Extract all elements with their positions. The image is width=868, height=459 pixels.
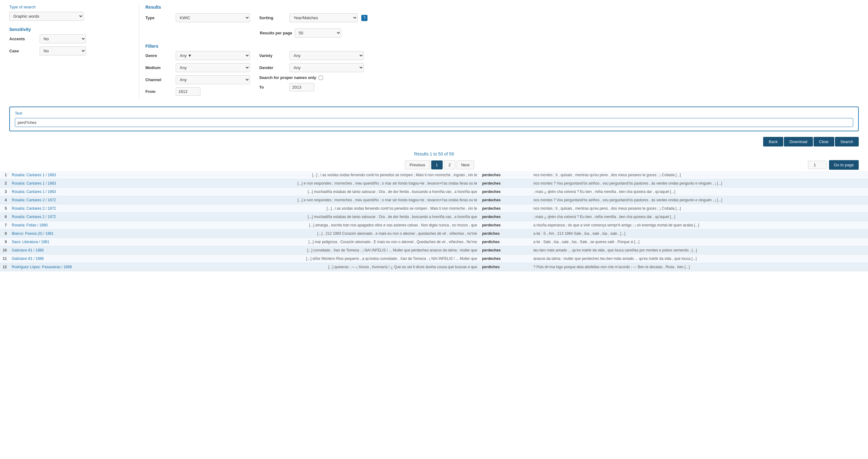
row-source[interactable]: Galiciano 81 / 1886 bbox=[9, 246, 78, 255]
row-source[interactable]: Rosalía: Cantares 1 / 1863 bbox=[9, 188, 78, 196]
row-source[interactable]: Rosalía: Cantares 1 / 1863 bbox=[9, 171, 78, 179]
table-row: 4 Rosalía: Cantares 2 / 1872 [...] e non… bbox=[0, 196, 868, 204]
row-source[interactable]: Rosalía: Cantares 2 / 1872 bbox=[9, 213, 78, 221]
row-source[interactable]: Rosalía: Cantares 2 / 1872 bbox=[9, 204, 78, 213]
proper-names-checkbox[interactable] bbox=[319, 76, 323, 80]
accents-select[interactable]: No Yes bbox=[40, 34, 86, 44]
row-num: 9 bbox=[0, 238, 9, 246]
row-before: [...] mar peligrosa . Corazón aleonado ,… bbox=[78, 238, 479, 246]
row-source[interactable]: Rosalía: Cantares 2 / 1872 bbox=[9, 196, 78, 204]
row-num: 12 bbox=[0, 263, 9, 271]
variety-label: Variety bbox=[259, 53, 287, 58]
table-row: 5 Rosalía: Cantares 2 / 1872 [...] , i a… bbox=[0, 204, 868, 213]
search-button[interactable]: Search bbox=[835, 137, 859, 146]
row-before: [...] siñor Montero Rios pequeno , a qu'… bbox=[78, 255, 479, 263]
row-source[interactable]: Blanco: Poesía (II) / 1881 bbox=[9, 229, 78, 238]
row-after: teu ben máis amado ... qu'es mártir da v… bbox=[531, 246, 868, 255]
row-before: [...] , 212 1983 Corazón aleonado , e ma… bbox=[78, 229, 479, 238]
row-source[interactable]: Galiciano 81 / 1886 bbox=[9, 255, 78, 263]
case-label: Case bbox=[9, 49, 37, 53]
row-before: [...] amarga , escrita tran nos apagados… bbox=[78, 221, 479, 229]
table-row: 6 Rosalía: Cantares 2 / 1872 [...] mucha… bbox=[0, 213, 868, 221]
row-after: a lei . S , Am , 213 1984 Sale , lúa , s… bbox=[531, 229, 868, 238]
text-section-title: Text bbox=[15, 111, 853, 116]
goto-input[interactable] bbox=[808, 161, 827, 169]
table-row: 9 Saco: Literatura / 1881 [...] mar peli… bbox=[0, 238, 868, 246]
text-input[interactable] bbox=[15, 118, 853, 127]
sorting-help-icon[interactable]: ? bbox=[361, 15, 368, 21]
from-input[interactable] bbox=[176, 87, 200, 96]
genre-label: Genre bbox=[145, 53, 173, 58]
genre-select[interactable]: Any ▼ Fiction Non-fiction bbox=[176, 51, 250, 60]
sorting-label: Sorting bbox=[259, 16, 287, 20]
proper-names-label: Search for proper names only bbox=[259, 75, 316, 80]
row-num: 1 bbox=[0, 171, 9, 179]
row-after: ; mais ¿ qhén cha volverá ? Eu ben , miñ… bbox=[531, 188, 868, 196]
table-row: 10 Galiciano 81 / 1886 [...] convidado .… bbox=[0, 246, 868, 255]
results-table: 1 Rosalía: Cantares 1 / 1863 [...] , i a… bbox=[0, 171, 868, 271]
row-num: 10 bbox=[0, 246, 9, 255]
row-num: 8 bbox=[0, 229, 9, 238]
row-source[interactable]: Rodríguez López: Pasaxeiras / 1898 bbox=[9, 263, 78, 271]
row-num: 2 bbox=[0, 179, 9, 188]
channel-select[interactable]: Any bbox=[176, 75, 250, 84]
table-row: 8 Blanco: Poesía (II) / 1881 [...] , 212… bbox=[0, 229, 868, 238]
page-2-button[interactable]: 2 bbox=[444, 161, 455, 169]
row-before: [...] e non respondes ; morreches , meu … bbox=[78, 179, 479, 188]
row-num: 5 bbox=[0, 204, 9, 213]
type-of-search-title: Type of search bbox=[9, 5, 133, 9]
medium-select[interactable]: Any Written Spoken bbox=[176, 63, 250, 72]
row-after: a risoña esperanza ; do que a vivir come… bbox=[531, 221, 868, 229]
row-source[interactable]: Saco: Literatura / 1881 bbox=[9, 238, 78, 246]
page-1-button[interactable]: 1 bbox=[431, 161, 443, 169]
row-source[interactable]: Rosalía: Cantares 1 / 1863 bbox=[9, 179, 78, 188]
table-row: 3 Rosalía: Cantares 1 / 1863 [...] mucha… bbox=[0, 188, 868, 196]
sensitivity-title: Sensitivity bbox=[9, 27, 133, 32]
row-before: [...] , i as xordas ondas fervendo contr… bbox=[78, 171, 479, 179]
table-row: 1 Rosalía: Cantares 1 / 1863 [...] , i a… bbox=[0, 171, 868, 179]
results-per-page-select[interactable]: 10 25 50 100 bbox=[295, 28, 341, 37]
row-before: [...] muchadiña estabas de tanto salouca… bbox=[78, 213, 479, 221]
results-title: Results bbox=[145, 5, 859, 9]
row-num: 4 bbox=[0, 196, 9, 204]
gender-select[interactable]: Any Male Female bbox=[289, 63, 364, 72]
table-row: 2 Rosalía: Cantares 1 / 1863 [...] e non… bbox=[0, 179, 868, 188]
table-row: 7 Rosalía: Follas / 1880 [...] amarga , … bbox=[0, 221, 868, 229]
variety-select[interactable]: Any bbox=[289, 51, 364, 60]
row-after: nos montes ? Vou perguntand'ós airiños ,… bbox=[531, 179, 868, 188]
row-match: perdeches bbox=[479, 196, 531, 204]
row-match: perdiches bbox=[479, 238, 531, 246]
medium-label: Medium bbox=[145, 65, 173, 70]
row-match: perdiches bbox=[479, 229, 531, 238]
row-source[interactable]: Rosalía: Follas / 1880 bbox=[9, 221, 78, 229]
download-button[interactable]: Download bbox=[784, 137, 813, 146]
table-row: 12 Rodríguez López: Pasaxeiras / 1898 [.… bbox=[0, 263, 868, 271]
row-before: [...] e non respondes ; morreches , meu … bbox=[78, 196, 479, 204]
case-select[interactable]: No Yes bbox=[40, 47, 86, 55]
row-match: perdeches bbox=[479, 255, 531, 263]
clear-button[interactable]: Clear bbox=[813, 137, 834, 146]
results-per-page-label: Results per page bbox=[260, 31, 292, 35]
filters-title: Filters bbox=[145, 44, 859, 49]
row-match: perdeches bbox=[479, 204, 531, 213]
row-num: 6 bbox=[0, 213, 9, 221]
row-match: perdeches bbox=[479, 246, 531, 255]
results-type-select[interactable]: KWIC Concordance Frequency bbox=[176, 13, 250, 22]
goto-button[interactable]: Go to page bbox=[829, 160, 859, 170]
type-of-search-select[interactable]: Graphic words bbox=[9, 12, 84, 21]
sorting-select[interactable]: Year/Matches Year Matches bbox=[289, 13, 358, 22]
row-num: 11 bbox=[0, 255, 9, 263]
from-label: From bbox=[145, 89, 173, 94]
row-before: [...] muchadiña estabas de tanto salouca… bbox=[78, 188, 479, 196]
type-label: Type bbox=[145, 16, 173, 20]
row-after: a lei . Sale , lúa , sale , lúa , Sale ,… bbox=[531, 238, 868, 246]
previous-button[interactable]: Previous bbox=[405, 161, 430, 169]
to-label: To bbox=[259, 85, 287, 89]
row-after: nos montes ; ti , quisais , mentras qu'e… bbox=[531, 204, 868, 213]
accents-label: Accents bbox=[9, 36, 37, 41]
to-input[interactable] bbox=[289, 83, 314, 91]
row-match: perdeches bbox=[479, 221, 531, 229]
back-button[interactable]: Back bbox=[763, 137, 783, 146]
next-button[interactable]: Next bbox=[457, 161, 474, 169]
row-num: 3 bbox=[0, 188, 9, 196]
